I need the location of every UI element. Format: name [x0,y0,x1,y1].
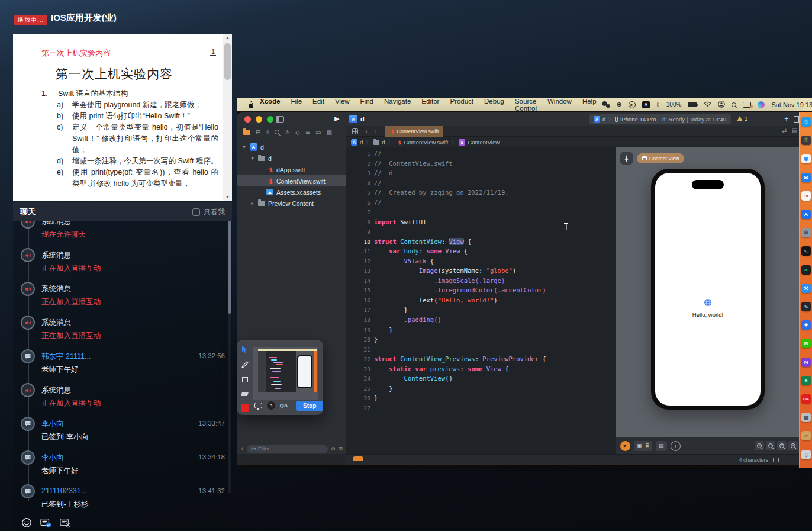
emoji-icon[interactable] [21,517,32,529]
dock-icon-safari[interactable]: ◉ [801,154,811,163]
dock-icon-wechat[interactable]: W [801,339,811,348]
file-tree-row[interactable]: ▾ A d [237,141,346,153]
stop-sharing-button[interactable]: Stop [296,401,323,411]
live-preview-button[interactable]: ▶ [620,441,630,451]
disclosure-triangle[interactable]: ▾ [250,156,255,161]
only-me-filter[interactable]: 只看我 [192,207,225,217]
menu-window[interactable]: Window [542,98,577,112]
navigator-tab-icon[interactable]: ◇ [295,129,300,136]
dock-icon-mail[interactable]: ✉ [801,173,811,182]
menu-help[interactable]: Help [577,98,602,112]
filter-field[interactable]: ◎▾ Filter [247,445,327,453]
run-button[interactable]: ▶ [334,115,339,123]
rectangle-tool-icon[interactable] [240,375,249,384]
related-items-icon[interactable] [352,128,358,134]
wechat-status-icon[interactable] [602,101,610,108]
iphone-screen[interactable]: Hello, world! [655,173,761,406]
pin-preview-button[interactable] [620,152,633,165]
dock-icon-system-settings[interactable]: ⚙ [801,228,811,237]
dock-icon-xcode[interactable]: ⚒ [801,284,811,293]
bluetooth-icon[interactable]: ᛒ [656,101,660,108]
navigator-tab-icon[interactable]: # [266,129,269,136]
only-me-checkbox[interactable] [192,208,200,216]
file-tree-row[interactable]: ▸ Preview Content [237,198,346,209]
preview-zoom-button[interactable]: 1 [766,441,775,450]
navigator-tab-icon[interactable]: ≋ [305,129,310,136]
project-navigator-tab-icon[interactable] [243,130,250,135]
eraser-tool-icon[interactable] [240,390,249,398]
go-forward-icon[interactable]: › [375,127,377,134]
chat-scrollbar-thumb[interactable] [228,215,231,314]
chat-message-list[interactable]: 系统消息 现在允许聊天 系统消息 正在加入直播互动 系统消息 正在加入直播互动 … [13,221,232,514]
file-tree-row[interactable]: Assets.xcassets [237,186,346,198]
siri-icon[interactable] [758,101,765,108]
dock-icon-notion[interactable]: N [801,358,811,367]
dock-icon-finder[interactable]: ☺ [801,117,811,127]
menu-navigate[interactable]: Navigate [379,98,416,112]
recent-filter-icon[interactable]: ⊘ [331,446,336,452]
line-wrap-icon[interactable] [773,458,779,462]
breakpoint-indicator[interactable] [353,456,363,461]
dock-icon-audio-tool[interactable]: ∿ [801,302,811,311]
swap-editor-icon[interactable]: ⇄ [782,127,787,134]
jump-bar-item[interactable]: ContentView.swift [396,139,449,146]
toggle-navigator-icon[interactable] [276,116,284,123]
pencil-tool-icon[interactable] [240,360,249,369]
dock-icon-live-app[interactable]: LIVE [801,394,811,404]
add-editor-button[interactable]: + [784,114,789,123]
navigator-tab-icon[interactable]: ⊟ [256,129,260,136]
preview-zoom-button[interactable]: + [788,441,798,450]
zoom-window-button[interactable] [267,116,273,123]
play-circle-icon[interactable]: ▶ [629,101,636,108]
display-status-icon[interactable] [743,102,751,108]
dock-icon-calendar[interactable]: 19 [801,191,811,201]
menu-source-control[interactable]: Source Control [510,98,542,112]
dock-icon-screenshot[interactable]: ▦ [801,413,811,422]
dock-icon-trash[interactable]: ▯ [801,450,811,459]
file-tree-row[interactable]: ContentView.swift [237,175,346,186]
preview-info-button[interactable]: i [671,441,681,451]
dock-icon-folder[interactable]: ▱ [801,431,811,440]
jump-bar[interactable]: Ad〉d〉ContentView.swift〉SContentView [346,137,803,147]
wifi-icon[interactable] [704,101,711,108]
menu-product[interactable]: Product [444,98,479,112]
menu-file[interactable]: File [286,98,308,112]
dock-icon-blue-app[interactable]: ✦ [801,320,811,330]
preview-title-pill[interactable]: Content View [637,153,684,163]
shared-screen-thumbnail[interactable] [253,347,318,400]
variants-mode-icon[interactable]: ⠿ [646,443,650,449]
globe-icon[interactable]: ⊕ [617,101,622,108]
message-settings-icon[interactable] [60,517,71,529]
code-editor[interactable]: 1//2// ContentView.swift3// d4//5// Crea… [346,147,616,454]
tag-filter-icon[interactable]: ⊞ [338,446,343,452]
add-file-button[interactable]: + [240,445,244,452]
tab-contentview-swift[interactable]: ContentView.swift [385,126,443,137]
chat-scrollbar[interactable] [228,215,231,494]
scroll-down-arrow[interactable]: ▼ [223,193,232,201]
document-scrollbar[interactable]: ▲ ▼ [223,34,232,201]
jump-bar-item[interactable]: SContentView [459,139,500,146]
input-method-icon[interactable]: A [642,101,650,108]
menu-find[interactable]: Find [355,98,379,112]
dock-icon-pycharm[interactable]: PC [801,265,811,275]
warning-count[interactable]: 1 [737,115,747,122]
preview-zoom-button[interactable]: ⊡ [777,441,787,450]
close-window-button[interactable] [244,116,251,123]
menu-view[interactable]: View [330,98,355,112]
menu-editor[interactable]: Editor [416,98,444,112]
jump-bar-item[interactable]: d [373,139,385,146]
scrollbar-thumb[interactable] [224,43,231,80]
find-navigator-icon[interactable] [275,130,279,134]
menubar-clock[interactable]: Sat Nov 19 13:4 [771,101,812,108]
qa-icon[interactable]: QA [280,403,288,408]
navigator-tab-icon[interactable]: ⚠ [285,129,290,136]
overlay-chat-icon[interactable] [254,403,262,408]
message-approve-icon[interactable] [40,517,51,529]
cursor-tool-icon[interactable] [240,345,249,353]
file-tree-row[interactable]: dApp.swift [237,164,346,175]
slide-document-panel[interactable]: 第一次上机实验内容 1 第一次上机实验内容 1. Swift 语言的基本结构 a… [13,34,232,201]
scroll-up-arrow[interactable]: ▲ [223,34,232,42]
minimize-window-button[interactable] [256,116,262,123]
minimap-icon[interactable]: ▤ [792,127,797,134]
run-destination-pill[interactable]: A d 〉 iPhone 14 Pro d: Ready | Today at … [589,114,731,124]
